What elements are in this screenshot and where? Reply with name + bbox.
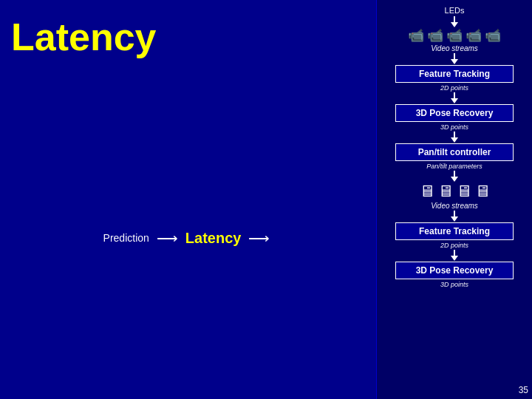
page-number: 35 [519,385,528,395]
camera-icon-3: 📹 [446,29,463,42]
feature-tracking-box-1: Feature Tracking [395,65,514,83]
arrow-pantilt-monitors [451,171,458,182]
leds-label: LEDs [445,6,465,15]
arrow-feature2-pose2 [451,250,458,261]
latency-label: Latency [185,230,242,247]
3d-points-label-2: 3D points [440,281,468,288]
arrow-streams-feature [451,53,458,64]
pose-recovery-box-2: 3D Pose Recovery [395,262,514,279]
right-panel: LEDs 📹 📹 📹 📹 📹 Video streams Feature Tra… [377,0,532,399]
camera-icon-4: 📹 [466,29,482,42]
arrow-streams2-feature2 [451,211,458,222]
camera-icon-1: 📹 [408,29,424,42]
pose-recovery-box-1: 3D Pose Recovery [395,104,514,122]
video-streams-label-2: Video streams [431,202,478,210]
monitor-icon-1: 🖥 [419,182,435,201]
monitor-icon-2: 🖥 [437,182,454,201]
video-streams-label-1: Video streams [431,44,478,52]
left-panel: Latency Prediction ⟶ Latency ⟶ [0,0,377,399]
prediction-label: Prediction [103,232,149,244]
arrow-feature-pose [451,92,458,103]
feature-tracking-box-2: Feature Tracking [395,222,514,240]
cameras-row-top: 📹 📹 📹 📹 📹 [408,29,501,42]
monitors-row: 🖥 🖥 🖥 🖥 [419,182,491,201]
page-title: Latency [11,15,157,59]
camera-icon-5: 📹 [485,29,501,42]
right-arrow-2: ⟶ [248,229,270,247]
pan-tilt-params-label: Pan/tilt parameters [426,163,482,170]
2d-points-label-2: 2D points [440,242,468,249]
right-arrow-1: ⟶ [157,229,178,247]
2d-points-label-1: 2D points [440,84,468,92]
middle-section: Prediction ⟶ Latency ⟶ [0,229,377,247]
3d-points-label-1: 3D points [440,123,468,131]
monitor-icon-3: 🖥 [456,182,472,201]
monitor-icon-4: 🖥 [474,182,491,201]
camera-icon-2: 📹 [427,29,443,42]
pan-tilt-controller-box: Pan/tilt controller [395,143,514,161]
arrow-leds-cameras [451,16,458,27]
arrow-pose-pantilt [451,132,458,143]
